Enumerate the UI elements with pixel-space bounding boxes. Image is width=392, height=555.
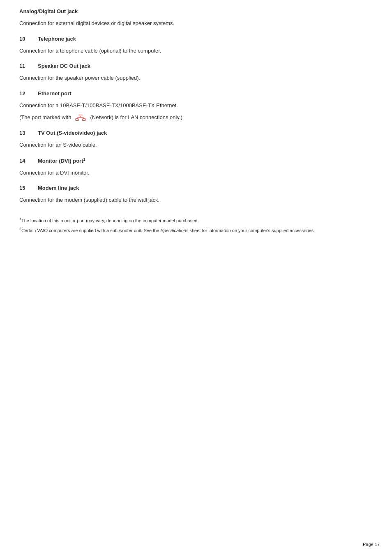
footnote-2-text-after: sheet for information on your computer's… [188, 228, 315, 233]
section-15-title: Modem line jack [38, 185, 79, 191]
section-10-title: Telephone jack [38, 36, 76, 42]
section-10-body: Connection for a telephone cable (option… [19, 47, 350, 55]
section-13-title: TV Out (S-video/video) jack [38, 130, 107, 136]
analog-digital-title: Analog/Digital Out jack [19, 8, 350, 14]
section-14-body: Connection for a DVI monitor. [19, 169, 350, 177]
section-14-footnote-ref: 1 [83, 157, 85, 161]
section-11: 11 Speaker DC Out jack Connection for th… [19, 63, 350, 82]
section-14-header: 14 Monitor (DVI) port1 [19, 157, 350, 164]
section-12-note-post: (Network) is for LAN connections only.) [90, 113, 182, 122]
section-12: 12 Ethernet port Connection for a 10BASE… [19, 90, 350, 122]
footnote-2-text-before: Certain VAIO computers are supplied with… [21, 228, 161, 233]
section-12-number: 12 [19, 90, 38, 97]
section-12-header: 12 Ethernet port [19, 90, 350, 97]
section-10-header: 10 Telephone jack [19, 36, 350, 42]
section-15-body: Connection for the modem (supplied) cabl… [19, 196, 350, 204]
section-11-number: 11 [19, 63, 38, 69]
section-13: 13 TV Out (S-video/video) jack Connectio… [19, 130, 350, 149]
section-11-header: 11 Speaker DC Out jack [19, 63, 350, 69]
section-11-body: Connection for the speaker power cable (… [19, 74, 350, 82]
analog-digital-body: Connection for external digital devices … [19, 19, 350, 28]
section-14-title-text: Monitor (DVI) port [38, 158, 83, 164]
section-15-header: 15 Modem line jack [19, 185, 350, 191]
section-10-number: 10 [19, 36, 38, 42]
svg-rect-2 [83, 119, 85, 121]
section-13-body: Connection for an S-video cable. [19, 141, 350, 149]
footnote-1-text: The location of this monitor port may va… [21, 218, 198, 223]
section-13-header: 13 TV Out (S-video/video) jack [19, 130, 350, 136]
section-12-body: Connection for a 10BASE-T/100BASE-TX/100… [19, 101, 350, 110]
section-15-number: 15 [19, 185, 38, 191]
footnote-2-text-italic: Specifications [161, 228, 189, 233]
section-14-title: Monitor (DVI) port1 [38, 157, 85, 164]
svg-rect-0 [79, 114, 82, 116]
section-15: 15 Modem line jack Connection for the mo… [19, 185, 350, 204]
section-14: 14 Monitor (DVI) port1 Connection for a … [19, 157, 350, 177]
section-14-number: 14 [19, 158, 38, 164]
analog-digital-section: Analog/Digital Out jack Connection for e… [19, 8, 350, 28]
section-10: 10 Telephone jack Connection for a telep… [19, 36, 350, 55]
footnotes: 1The location of this monitor port may v… [19, 216, 350, 234]
section-11-title: Speaker DC Out jack [38, 63, 90, 69]
network-icon [75, 113, 86, 122]
section-13-number: 13 [19, 130, 38, 136]
footnote-2: 2Certain VAIO computers are supplied wit… [19, 226, 350, 234]
footnote-1: 1The location of this monitor port may v… [19, 216, 350, 224]
page-number: Page 17 [363, 542, 380, 547]
section-12-title: Ethernet port [38, 90, 71, 97]
section-12-note-pre: (The port marked with [19, 113, 71, 122]
section-12-note: (The port marked with (Network) is for L… [19, 113, 350, 122]
svg-rect-1 [76, 119, 78, 121]
